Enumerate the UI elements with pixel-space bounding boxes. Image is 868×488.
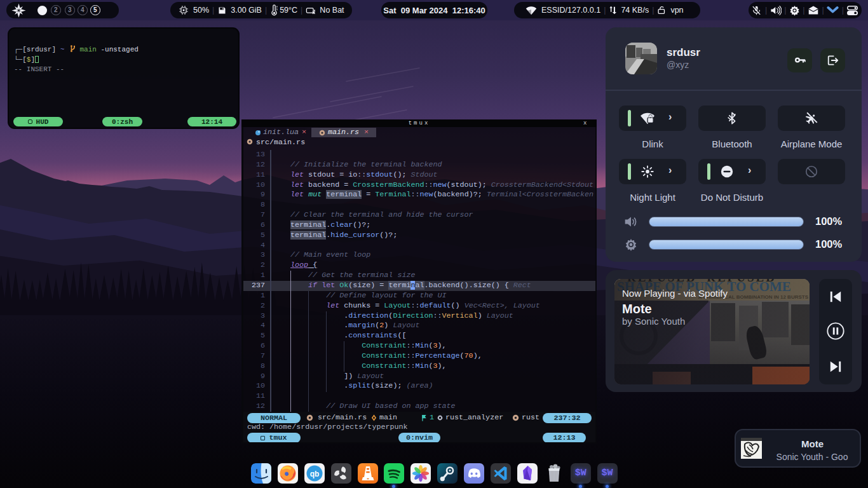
svg-text:qb: qb bbox=[309, 470, 319, 478]
